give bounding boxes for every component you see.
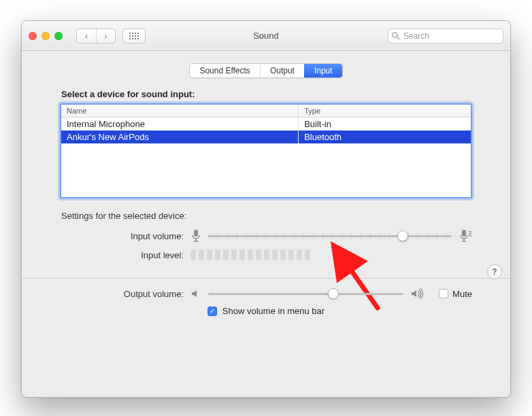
input-volume-row: Input volume: bbox=[60, 229, 472, 243]
back-button[interactable]: ‹ bbox=[77, 29, 96, 43]
preferences-window: ‹ › Sound Sound Effects Output Input Sel… bbox=[21, 20, 511, 398]
search-input[interactable] bbox=[388, 29, 503, 44]
speaker-low-icon bbox=[190, 288, 201, 299]
level-segment bbox=[305, 249, 310, 260]
tab-output[interactable]: Output bbox=[260, 64, 304, 77]
content-area: Select a device for sound input: Name Ty… bbox=[22, 88, 510, 397]
column-header-name[interactable]: Name bbox=[61, 105, 299, 117]
show-all-button[interactable] bbox=[122, 29, 146, 44]
tabs-row: Sound Effects Output Input bbox=[22, 51, 510, 88]
close-window-button[interactable] bbox=[29, 32, 37, 40]
chevron-left-icon: ‹ bbox=[85, 31, 88, 41]
input-device-heading: Select a device for sound input: bbox=[61, 89, 472, 99]
level-segment bbox=[239, 249, 245, 260]
mute-checkbox[interactable] bbox=[439, 289, 448, 298]
microphone-low-icon bbox=[190, 229, 201, 243]
grid-icon bbox=[129, 32, 139, 40]
svg-point-13 bbox=[470, 235, 471, 237]
input-volume-slider[interactable] bbox=[208, 235, 452, 237]
sound-tabs: Sound Effects Output Input bbox=[189, 63, 342, 78]
output-volume-label: Output volume: bbox=[60, 289, 190, 299]
chevron-right-icon: › bbox=[104, 31, 107, 41]
level-segment bbox=[248, 249, 253, 260]
level-segment bbox=[288, 249, 294, 260]
microphone-high-icon bbox=[459, 229, 472, 243]
show-volume-menubar-label: Show volume in menu bar bbox=[222, 306, 325, 316]
level-segment bbox=[280, 249, 286, 260]
output-volume-slider[interactable] bbox=[208, 293, 403, 295]
zoom-window-button[interactable] bbox=[54, 32, 63, 40]
device-type: Bluetooth bbox=[299, 131, 471, 143]
svg-line-14 bbox=[347, 264, 378, 308]
svg-rect-2 bbox=[194, 230, 198, 237]
slider-thumb[interactable] bbox=[328, 288, 339, 299]
device-row[interactable]: Internal Microphone Built-in bbox=[61, 118, 471, 131]
nav-back-forward: ‹ › bbox=[76, 29, 116, 44]
level-segment bbox=[215, 249, 220, 260]
search-icon bbox=[391, 31, 399, 41]
input-device-list[interactable]: Name Type Internal Microphone Built-in A… bbox=[60, 103, 472, 198]
output-volume-row: Output volume: Mute bbox=[60, 288, 472, 299]
window-controls bbox=[29, 32, 63, 40]
level-segment bbox=[264, 249, 269, 260]
level-segment bbox=[190, 249, 196, 260]
mute-control[interactable]: Mute bbox=[439, 289, 472, 299]
input-volume-label: Input volume: bbox=[60, 231, 190, 241]
level-segment bbox=[297, 249, 302, 260]
minimize-window-button[interactable] bbox=[41, 32, 50, 40]
device-type: Built-in bbox=[299, 118, 471, 131]
svg-point-10 bbox=[469, 235, 470, 237]
input-level-label: Input level: bbox=[60, 250, 190, 260]
window-title: Sound bbox=[253, 31, 279, 41]
svg-point-12 bbox=[470, 233, 471, 235]
svg-rect-5 bbox=[462, 230, 466, 237]
level-segment bbox=[199, 249, 204, 260]
speaker-high-icon bbox=[410, 288, 425, 299]
selected-device-settings-heading: Settings for the selected device: bbox=[61, 211, 472, 221]
list-header: Name Type bbox=[61, 105, 471, 118]
separator bbox=[22, 278, 510, 279]
svg-line-1 bbox=[397, 37, 399, 39]
forward-button[interactable]: › bbox=[96, 29, 115, 43]
tab-sound-effects[interactable]: Sound Effects bbox=[190, 64, 260, 77]
show-volume-menubar-checkbox[interactable] bbox=[207, 307, 217, 316]
tab-input[interactable]: Input bbox=[304, 64, 342, 77]
svg-point-11 bbox=[470, 231, 471, 232]
level-segment bbox=[223, 249, 229, 260]
device-name: Ankur's New AirPods bbox=[61, 131, 299, 143]
level-segment bbox=[207, 249, 212, 260]
input-level-row: Input level: bbox=[60, 249, 472, 260]
titlebar: ‹ › Sound bbox=[22, 21, 510, 51]
device-name: Internal Microphone bbox=[61, 118, 299, 131]
mute-label: Mute bbox=[452, 289, 472, 299]
level-segment bbox=[272, 249, 278, 260]
svg-point-8 bbox=[469, 231, 470, 232]
device-row[interactable]: Ankur's New AirPods Bluetooth bbox=[61, 131, 471, 143]
level-segment bbox=[256, 249, 261, 260]
svg-point-9 bbox=[469, 233, 470, 235]
input-level-meter bbox=[190, 249, 310, 260]
show-volume-menubar-row[interactable]: Show volume in menu bar bbox=[60, 306, 472, 316]
level-segment bbox=[231, 249, 237, 260]
help-button[interactable]: ? bbox=[487, 264, 502, 279]
column-header-type[interactable]: Type bbox=[299, 105, 471, 117]
slider-thumb[interactable] bbox=[397, 230, 408, 241]
